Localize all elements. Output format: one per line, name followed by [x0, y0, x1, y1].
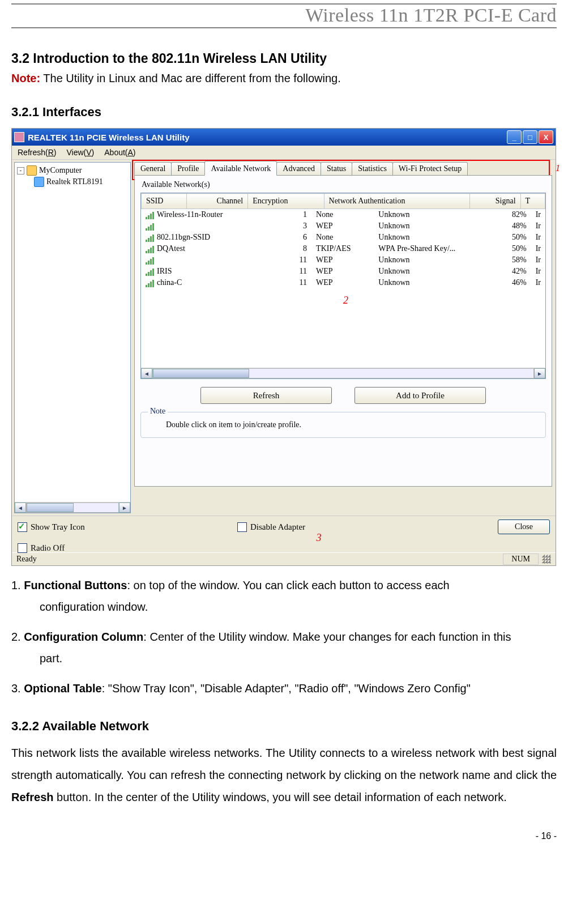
col-signal[interactable]: Signal: [470, 194, 520, 209]
tab-available-network[interactable]: Available Network: [204, 161, 277, 176]
table-row[interactable]: 802.11bgn-SSID6NoneUnknown50%Ir: [141, 232, 545, 243]
desc-1: 1. Functional Buttons: on top of the win…: [11, 574, 557, 618]
col-type[interactable]: T: [520, 194, 545, 209]
tab-general[interactable]: General: [134, 162, 172, 176]
note-box: Note Double click on item to join/create…: [140, 412, 546, 438]
tree-collapse-icon[interactable]: -: [17, 167, 24, 174]
tree-adapter[interactable]: Realtek RTL8191: [46, 177, 103, 186]
tree-root[interactable]: MyComputer: [39, 166, 82, 175]
col-auth[interactable]: Network Authentication: [324, 194, 470, 209]
add-to-profile-button[interactable]: Add to Profile: [355, 387, 486, 404]
table-row[interactable]: Wireless-11n-Router1NoneUnknown82%Ir: [141, 209, 545, 220]
table-row[interactable]: 11WEPUnknown58%Ir: [141, 254, 545, 266]
scroll-left-icon[interactable]: ◄: [15, 503, 26, 513]
label-show-tray: Show Tray Icon: [31, 522, 85, 532]
note-box-title: Note: [148, 407, 168, 416]
scroll-thumb[interactable]: [27, 503, 74, 512]
checkbox-show-tray[interactable]: [18, 522, 27, 532]
fieldset-title: Available Network(s): [142, 180, 546, 189]
desc-3: 3. Optional Table: "Show Tray Icon", "Di…: [11, 678, 557, 699]
scroll-right-icon[interactable]: ►: [119, 503, 130, 513]
signal-icon: [146, 211, 155, 219]
col-ssid[interactable]: SSID: [142, 194, 187, 209]
tab-profile[interactable]: Profile: [171, 162, 205, 176]
statusbar: Ready NUM: [12, 552, 556, 565]
network-table[interactable]: SSID Channel Encryption Network Authenti…: [141, 193, 545, 209]
menu-refresh[interactable]: Refresh(R): [18, 148, 56, 157]
label-disable-adapter: Disable Adapter: [250, 522, 305, 532]
table-scroll-right-icon[interactable]: ►: [534, 368, 545, 378]
tab-statistics[interactable]: Statistics: [352, 162, 393, 176]
available-network-para: This network lists the available wireles…: [11, 742, 557, 808]
close-button[interactable]: Close: [498, 520, 550, 534]
tab-wps[interactable]: Wi-Fi Protect Setup: [392, 162, 468, 176]
option-bar: 3 Show Tray Icon Disable Adapter Close R…: [12, 516, 556, 552]
signal-icon: [146, 245, 155, 253]
resize-grip-icon[interactable]: [542, 555, 551, 564]
tab-panel: 2 Available Network(s) SSID Channel Encr…: [134, 175, 552, 487]
callout-1: 1: [556, 163, 560, 173]
status-ready: Ready: [16, 555, 37, 564]
section-heading: 3.2 Introduction to the 802.11n Wireless…: [11, 51, 557, 66]
adapter-icon: [34, 177, 44, 187]
signal-icon: [146, 223, 155, 231]
menu-view[interactable]: View(V): [66, 148, 94, 157]
note-text: The Utility in Linux and Mac are differe…: [40, 72, 341, 84]
subsection-available-network: 3.2.2 Available Network: [11, 719, 557, 734]
col-encryption[interactable]: Encryption: [248, 194, 324, 209]
page-header: Wireless 11n 1T2R PCI-E Card: [11, 3, 557, 28]
device-tree[interactable]: - MyComputer Realtek RTL8191 ◄ ►: [14, 162, 131, 513]
checkbox-radio-off[interactable]: [18, 543, 27, 553]
page-number: - 16 -: [11, 831, 557, 841]
subsection-interfaces: 3.2.1 Interfaces: [11, 105, 557, 120]
table-scroll-thumb[interactable]: [153, 369, 249, 378]
callout-3: 3: [317, 532, 322, 544]
menubar: Refresh(R) View(V) About(A): [12, 146, 556, 160]
col-channel[interactable]: Channel: [187, 194, 248, 209]
checkbox-disable-adapter[interactable]: [237, 522, 247, 532]
signal-icon: [146, 234, 155, 242]
titlebar[interactable]: REALTEK 11n PCIE Wireless LAN Utility _ …: [12, 129, 556, 146]
table-row[interactable]: IRIS11WEPUnknown42%Ir: [141, 266, 545, 277]
table-scroll-track[interactable]: [152, 368, 534, 378]
status-num: NUM: [503, 553, 539, 565]
table-row[interactable]: 3WEPUnknown48%Ir: [141, 220, 545, 232]
scroll-track[interactable]: [26, 503, 119, 513]
window-close-button[interactable]: X: [539, 130, 553, 144]
table-row[interactable]: DQAtest8TKIP/AESWPA Pre-Shared Key/...50…: [141, 243, 545, 254]
minimize-button[interactable]: _: [507, 130, 522, 144]
signal-icon: [146, 257, 155, 265]
menu-about[interactable]: About(A): [104, 148, 135, 157]
desc-2: 2. Configuration Column: Center of the U…: [11, 626, 557, 669]
network-table-wrap: SSID Channel Encryption Network Authenti…: [140, 193, 546, 379]
refresh-button[interactable]: Refresh: [200, 387, 332, 404]
signal-icon: [146, 268, 155, 276]
window-title: REALTEK 11n PCIE Wireless LAN Utility: [28, 133, 189, 142]
tab-advanced[interactable]: Advanced: [276, 162, 321, 176]
app-icon: [14, 132, 24, 142]
note-line: Note: The Utility in Linux and Mac are d…: [11, 72, 557, 85]
table-row[interactable]: china-C11WEPUnknown46%Ir: [141, 277, 545, 288]
app-window: REALTEK 11n PCIE Wireless LAN Utility _ …: [11, 128, 556, 566]
label-radio-off: Radio Off: [31, 543, 65, 553]
computer-icon: [27, 165, 37, 176]
note-box-text: Double click on item to join/create prof…: [149, 420, 537, 429]
tab-status[interactable]: Status: [321, 162, 352, 176]
note-label: Note:: [11, 72, 40, 84]
tab-strip: 1 General Profile Available Network Adva…: [134, 162, 552, 176]
maximize-button[interactable]: □: [523, 130, 537, 144]
table-scroll-left-icon[interactable]: ◄: [141, 368, 152, 378]
signal-icon: [146, 279, 155, 287]
